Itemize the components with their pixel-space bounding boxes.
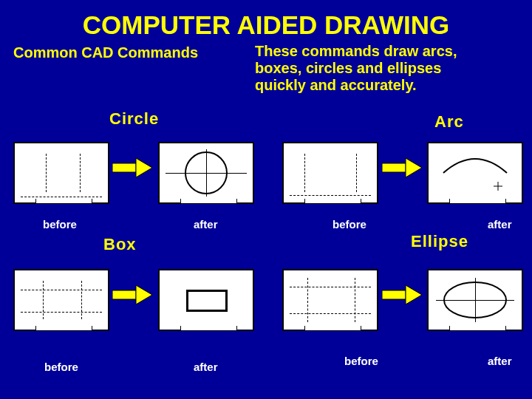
arc-after-screen bbox=[427, 142, 523, 204]
arc-before-screen bbox=[282, 142, 378, 204]
before-label: before bbox=[43, 218, 77, 231]
arrow-icon bbox=[382, 282, 425, 307]
svg-marker-4 bbox=[406, 158, 422, 177]
page-title: COMPUTER AIDED DRAWING bbox=[0, 4, 532, 40]
svg-rect-3 bbox=[382, 163, 406, 172]
subtitle: Common CAD Commands bbox=[13, 44, 198, 61]
arrow-icon bbox=[112, 282, 155, 307]
arrow-icon bbox=[112, 155, 155, 180]
ellipse-heading: Ellipse bbox=[411, 232, 468, 251]
svg-rect-9 bbox=[382, 290, 406, 299]
after-label: after bbox=[194, 361, 218, 373]
arrow-icon bbox=[382, 155, 425, 180]
after-label: after bbox=[488, 355, 512, 367]
box-heading: Box bbox=[103, 235, 137, 254]
before-label: before bbox=[344, 355, 378, 367]
svg-rect-7 bbox=[112, 290, 136, 299]
svg-marker-8 bbox=[136, 285, 152, 304]
description-text: These commands draw arcs, boxes, circles… bbox=[255, 43, 462, 94]
circle-heading: Circle bbox=[109, 109, 159, 129]
box-after-screen bbox=[158, 269, 254, 331]
before-label: before bbox=[44, 361, 78, 373]
after-label: after bbox=[194, 218, 218, 231]
ellipse-before-screen bbox=[282, 269, 378, 331]
after-label: after bbox=[488, 218, 512, 231]
svg-marker-10 bbox=[406, 285, 422, 304]
box-before-screen bbox=[13, 269, 109, 331]
arc-heading: Arc bbox=[434, 112, 464, 132]
svg-point-11 bbox=[444, 282, 506, 318]
circle-before-screen bbox=[13, 142, 109, 204]
before-label: before bbox=[332, 218, 366, 231]
ellipse-after-screen bbox=[427, 269, 523, 331]
svg-marker-1 bbox=[136, 158, 152, 177]
circle-after-screen bbox=[158, 142, 254, 204]
svg-point-2 bbox=[185, 152, 227, 194]
svg-rect-0 bbox=[112, 163, 136, 172]
